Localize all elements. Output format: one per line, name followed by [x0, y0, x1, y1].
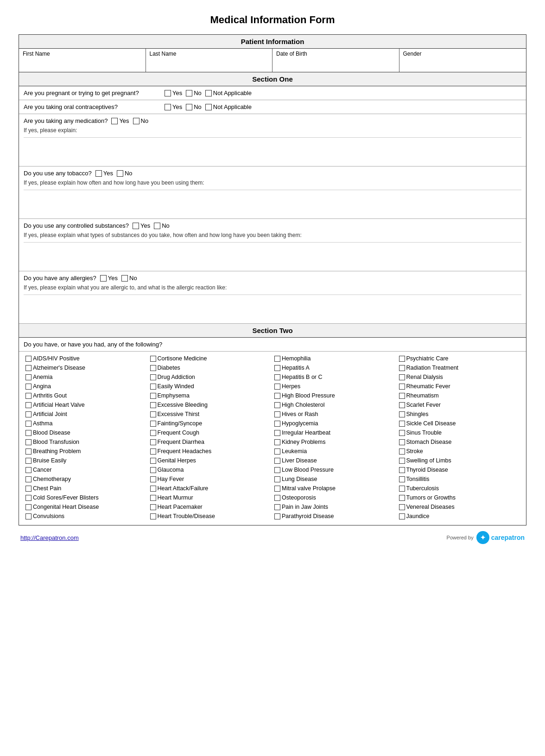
- pregnant-no-checkbox[interactable]: [186, 90, 192, 96]
- condition-checkbox[interactable]: [399, 356, 405, 362]
- condition-checkbox[interactable]: [150, 458, 156, 464]
- condition-checkbox[interactable]: [274, 486, 280, 492]
- condition-checkbox[interactable]: [399, 411, 405, 417]
- medication-no-checkbox[interactable]: [133, 118, 139, 124]
- condition-checkbox[interactable]: [399, 467, 405, 473]
- condition-checkbox[interactable]: [25, 384, 32, 390]
- condition-checkbox[interactable]: [25, 513, 32, 519]
- pregnant-yes-checkbox[interactable]: [165, 90, 171, 96]
- condition-checkbox[interactable]: [274, 458, 280, 464]
- condition-checkbox[interactable]: [25, 448, 32, 455]
- condition-label: High Blood Pressure: [282, 392, 335, 399]
- condition-checkbox[interactable]: [399, 365, 405, 371]
- condition-checkbox[interactable]: [399, 421, 405, 427]
- condition-checkbox[interactable]: [274, 356, 280, 362]
- condition-checkbox[interactable]: [399, 495, 405, 501]
- condition-checkbox[interactable]: [399, 393, 405, 399]
- medication-answer[interactable]: [24, 137, 521, 163]
- condition-label: Mitral valve Prolapse: [282, 485, 336, 492]
- condition-checkbox[interactable]: [274, 430, 280, 436]
- condition-item: Stomach Disease: [397, 438, 522, 446]
- condition-checkbox[interactable]: [274, 495, 280, 501]
- condition-checkbox[interactable]: [150, 504, 156, 510]
- tobacco-answer[interactable]: [24, 190, 521, 215]
- controlled-answer[interactable]: [24, 242, 521, 268]
- condition-checkbox[interactable]: [25, 374, 32, 380]
- tobacco-no-checkbox[interactable]: [117, 170, 123, 177]
- condition-checkbox[interactable]: [274, 393, 280, 399]
- allergies-answer[interactable]: [24, 295, 521, 320]
- condition-checkbox[interactable]: [150, 402, 156, 408]
- condition-checkbox[interactable]: [399, 504, 405, 510]
- condition-checkbox[interactable]: [399, 430, 405, 436]
- condition-checkbox[interactable]: [150, 356, 156, 362]
- first-name-input[interactable]: [23, 58, 142, 65]
- dob-input[interactable]: [276, 58, 395, 65]
- condition-checkbox[interactable]: [25, 458, 32, 464]
- condition-checkbox[interactable]: [274, 476, 280, 482]
- condition-checkbox[interactable]: [25, 476, 32, 482]
- condition-checkbox[interactable]: [274, 402, 280, 408]
- condition-checkbox[interactable]: [150, 467, 156, 473]
- contraceptives-na-checkbox[interactable]: [205, 104, 212, 110]
- condition-checkbox[interactable]: [399, 439, 405, 445]
- condition-checkbox[interactable]: [399, 458, 405, 464]
- condition-checkbox[interactable]: [25, 430, 32, 436]
- condition-checkbox[interactable]: [25, 393, 32, 399]
- condition-checkbox[interactable]: [399, 486, 405, 492]
- carepatron-link[interactable]: http://Carepatron.com: [20, 534, 79, 541]
- condition-checkbox[interactable]: [150, 513, 156, 519]
- condition-checkbox[interactable]: [150, 495, 156, 501]
- condition-checkbox[interactable]: [25, 421, 32, 427]
- condition-checkbox[interactable]: [25, 365, 32, 371]
- condition-checkbox[interactable]: [25, 411, 32, 417]
- condition-checkbox[interactable]: [150, 486, 156, 492]
- allergies-no-checkbox[interactable]: [121, 275, 128, 282]
- condition-checkbox[interactable]: [399, 384, 405, 390]
- condition-checkbox[interactable]: [150, 365, 156, 371]
- condition-checkbox[interactable]: [399, 448, 405, 455]
- condition-checkbox[interactable]: [274, 411, 280, 417]
- condition-checkbox[interactable]: [150, 393, 156, 399]
- condition-item: Asthma: [24, 419, 148, 428]
- condition-checkbox[interactable]: [274, 448, 280, 455]
- condition-checkbox[interactable]: [274, 365, 280, 371]
- pregnant-na-checkbox[interactable]: [205, 90, 212, 96]
- condition-checkbox[interactable]: [274, 504, 280, 510]
- condition-checkbox[interactable]: [150, 430, 156, 436]
- medication-yes-checkbox[interactable]: [111, 118, 118, 124]
- condition-checkbox[interactable]: [399, 374, 405, 380]
- contraceptives-yes-checkbox[interactable]: [165, 104, 171, 110]
- condition-checkbox[interactable]: [274, 421, 280, 427]
- condition-checkbox[interactable]: [274, 439, 280, 445]
- condition-checkbox[interactable]: [150, 411, 156, 417]
- condition-checkbox[interactable]: [150, 384, 156, 390]
- contraceptives-no-checkbox[interactable]: [186, 104, 192, 110]
- condition-checkbox[interactable]: [25, 356, 32, 362]
- condition-checkbox[interactable]: [150, 476, 156, 482]
- condition-checkbox[interactable]: [25, 467, 32, 473]
- condition-checkbox[interactable]: [274, 384, 280, 390]
- condition-checkbox[interactable]: [399, 513, 405, 519]
- gender-input[interactable]: [403, 58, 523, 65]
- controlled-yes-checkbox[interactable]: [133, 223, 139, 229]
- condition-checkbox[interactable]: [150, 448, 156, 455]
- condition-checkbox[interactable]: [25, 402, 32, 408]
- condition-checkbox[interactable]: [274, 374, 280, 380]
- condition-checkbox[interactable]: [25, 504, 32, 510]
- condition-checkbox[interactable]: [399, 402, 405, 408]
- condition-checkbox[interactable]: [25, 486, 32, 492]
- condition-checkbox[interactable]: [150, 439, 156, 445]
- condition-checkbox[interactable]: [274, 467, 280, 473]
- condition-checkbox[interactable]: [150, 421, 156, 427]
- allergies-yes-checkbox[interactable]: [100, 275, 107, 282]
- condition-checkbox[interactable]: [25, 495, 32, 501]
- condition-checkbox[interactable]: [399, 476, 405, 482]
- condition-checkbox[interactable]: [25, 439, 32, 445]
- last-name-input[interactable]: [150, 58, 269, 65]
- tobacco-yes-checkbox[interactable]: [95, 170, 102, 177]
- condition-checkbox[interactable]: [274, 513, 280, 519]
- condition-checkbox[interactable]: [150, 374, 156, 380]
- controlled-no-checkbox[interactable]: [154, 223, 160, 229]
- allergies-row: Do you have any allergies? Yes No If yes…: [19, 271, 526, 324]
